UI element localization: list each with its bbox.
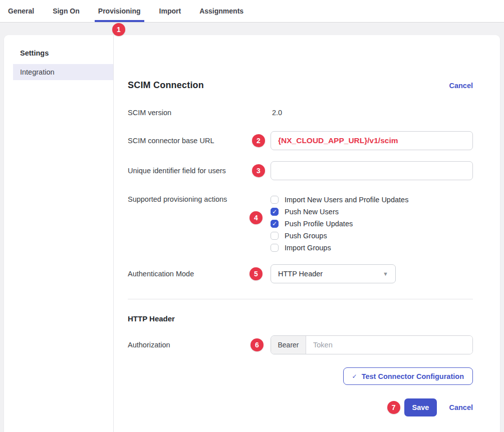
test-connector-button[interactable]: ✓ Test Connector Configuration bbox=[343, 367, 473, 385]
tab-label: Import bbox=[159, 7, 181, 15]
chevron-down-icon: ▼ bbox=[383, 271, 388, 277]
tab-general[interactable]: General bbox=[5, 0, 38, 22]
checkbox-row-push-groups[interactable]: Push Groups bbox=[271, 230, 408, 242]
checkbox-label: Push New Users bbox=[285, 208, 339, 216]
token-input[interactable] bbox=[306, 336, 472, 354]
step-badge-6: 6 bbox=[250, 338, 264, 351]
tab-import[interactable]: Import bbox=[156, 0, 185, 22]
checkbox-icon[interactable] bbox=[271, 232, 279, 240]
provisioning-actions-list: Import New Users and Profile Updates Pus… bbox=[271, 194, 408, 254]
app-tabbar: General Sign On Provisioning Import Assi… bbox=[0, 0, 504, 23]
auth-mode-row: Authentication Mode 5 HTTP Header ▼ bbox=[128, 264, 473, 283]
authorization-label: Authorization bbox=[128, 341, 271, 349]
sidebar-heading: Settings bbox=[4, 49, 113, 57]
save-button[interactable]: Save bbox=[404, 398, 437, 416]
unique-id-row: Unique identifier field for users 3 bbox=[128, 161, 473, 180]
scim-version-row: SCIM version 2.0 bbox=[128, 108, 473, 118]
provisioning-card: Settings Integration SCIM Connection Can… bbox=[4, 35, 500, 432]
step-badge-2: 2 bbox=[252, 134, 265, 147]
base-url-input[interactable] bbox=[271, 131, 473, 150]
base-url-row: SCIM connector base URL 2 bbox=[128, 131, 473, 150]
checkbox-label: Push Profile Updates bbox=[285, 220, 353, 228]
checkbox-row-import-groups[interactable]: Import Groups bbox=[271, 242, 408, 254]
scim-version-label: SCIM version bbox=[128, 109, 271, 117]
step-badge-1: 1 bbox=[112, 23, 125, 36]
checkbox-icon[interactable] bbox=[271, 244, 279, 252]
tab-sign-on[interactable]: Sign On bbox=[49, 0, 83, 22]
checkbox-label: Import Groups bbox=[285, 244, 331, 252]
auth-mode-value: HTTP Header bbox=[278, 270, 323, 278]
http-header-heading: HTTP Header bbox=[128, 314, 473, 323]
step-badge-5: 5 bbox=[249, 267, 263, 280]
tab-label: Provisioning bbox=[98, 7, 141, 15]
cancel-link-bottom[interactable]: Cancel bbox=[449, 403, 473, 411]
checkbox-row-push-profile-updates[interactable]: Push Profile Updates bbox=[271, 218, 408, 230]
checkbox-row-import-new-users[interactable]: Import New Users and Profile Updates bbox=[271, 194, 408, 206]
step-badge-3: 3 bbox=[252, 164, 265, 177]
checkbox-label: Import New Users and Profile Updates bbox=[285, 196, 408, 204]
tab-provisioning[interactable]: Provisioning bbox=[95, 0, 144, 22]
check-icon: ✓ bbox=[352, 373, 357, 380]
bearer-prefix: Bearer bbox=[271, 336, 306, 354]
tab-label: Assignments bbox=[199, 7, 243, 15]
main-panel: SCIM Connection Cancel SCIM version 2.0 … bbox=[114, 35, 500, 432]
step-badge-7: 7 bbox=[387, 401, 400, 414]
panel-header: SCIM Connection Cancel bbox=[128, 80, 473, 91]
unique-id-input[interactable] bbox=[271, 161, 473, 180]
section-divider bbox=[128, 299, 473, 299]
page-title: SCIM Connection bbox=[128, 80, 204, 91]
auth-mode-select[interactable]: HTTP Header ▼ bbox=[271, 264, 396, 283]
checkbox-label: Push Groups bbox=[285, 232, 327, 240]
save-row: 7 Save Cancel bbox=[128, 398, 473, 416]
authorization-row: Authorization 6 Bearer bbox=[128, 335, 473, 354]
provisioning-actions-row: Supported provisioning actions 4 Import … bbox=[128, 194, 473, 254]
test-connector-row: ✓ Test Connector Configuration bbox=[128, 367, 473, 385]
checkbox-icon[interactable] bbox=[271, 196, 279, 204]
authorization-input-group: Bearer bbox=[271, 335, 473, 354]
tab-label: Sign On bbox=[53, 7, 80, 15]
cancel-link-top[interactable]: Cancel bbox=[449, 82, 473, 90]
active-tab-underline bbox=[95, 20, 144, 22]
checkbox-icon[interactable] bbox=[271, 220, 279, 228]
checkbox-icon[interactable] bbox=[271, 208, 279, 216]
base-url-label: SCIM connector base URL bbox=[128, 137, 271, 145]
test-connector-label: Test Connector Configuration bbox=[362, 372, 464, 380]
provisioning-actions-label: Supported provisioning actions bbox=[128, 194, 271, 203]
settings-sidebar: Settings Integration bbox=[4, 35, 114, 432]
tab-assignments[interactable]: Assignments bbox=[196, 0, 247, 22]
step-badge-4: 4 bbox=[249, 211, 263, 224]
checkbox-row-push-new-users[interactable]: Push New Users bbox=[271, 206, 408, 218]
scim-version-value: 2.0 bbox=[271, 109, 282, 117]
unique-id-label: Unique identifier field for users bbox=[128, 167, 271, 175]
tab-label: General bbox=[8, 7, 34, 15]
sidebar-item-integration[interactable]: Integration bbox=[13, 64, 113, 80]
